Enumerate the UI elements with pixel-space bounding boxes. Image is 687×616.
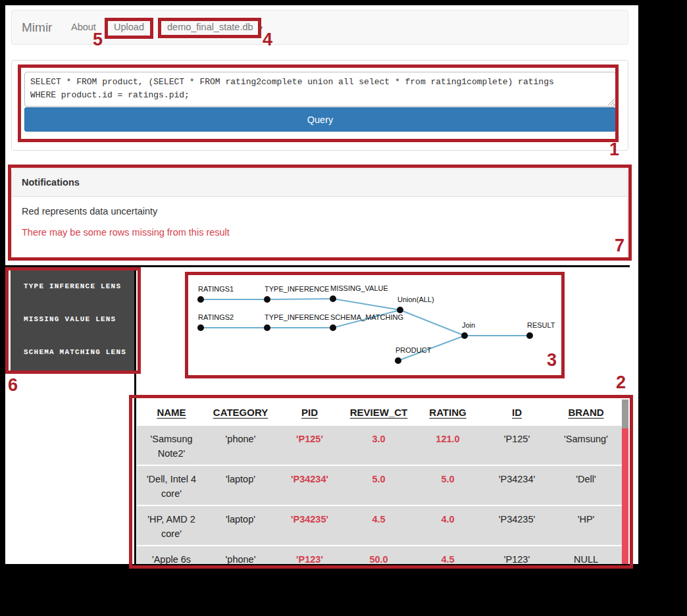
table-cell: 'Samsung' [551,426,621,465]
table-row[interactable]: 'HP, AMD 2 core''laptop''P34235'4.54.0'P… [137,506,622,545]
graph-node[interactable] [526,332,533,339]
table-cell: 'laptop' [206,506,275,545]
table-cell: 'P123' [482,546,551,564]
table-cell: 'phone' [206,426,275,465]
column-header[interactable]: ID [482,407,551,418]
database-dropdown[interactable]: demo_final_state.db ▾ [167,11,263,45]
table-cell: 121.0 [413,426,482,465]
table-cell: 'HP' [551,506,621,545]
result-table: NAMECATEGORYPIDREVIEW_CTRATINGIDBRAND 'S… [137,398,622,564]
lens-item[interactable]: MISSING VALUE LENS [11,310,134,343]
graph-node[interactable] [330,295,336,302]
table-cell: 5.0 [413,466,482,505]
graph-node[interactable] [397,307,403,313]
graph-node[interactable] [330,324,336,331]
column-header[interactable]: RATING [413,407,482,418]
scrollbar-uncertainty-track [622,428,628,564]
table-header-row: NAMECATEGORYPIDREVIEW_CTRATINGIDBRAND [137,398,622,426]
table-cell: 'P34235' [275,506,344,545]
column-header[interactable]: PID [275,407,344,418]
annotation-number-2: 2 [616,372,626,393]
graph-node-label: MISSING_VALUE [330,284,388,292]
column-header[interactable]: BRAND [551,407,621,418]
graph-node-label: TYPE_INFERENCE [265,313,329,321]
notifications-title: Notifications [12,169,627,197]
table-cell: 'Dell' [551,466,621,505]
table-cell: 4.0 [413,506,482,545]
graph-node-label: RESULT [527,321,555,329]
graph-node[interactable] [264,324,270,331]
notification-warning: There may be some rows missing from this… [22,227,617,238]
table-cell: 'phone' [206,546,275,564]
graph-edge [267,299,333,299]
lens-item[interactable]: TYPE INFERENCE LENS [11,277,134,310]
graph-edge [333,299,400,310]
graph-node[interactable] [197,324,204,331]
graph-node[interactable] [197,296,204,303]
scrollbar-thumb[interactable] [622,399,628,428]
notification-info: Red represents data uncertainty [22,206,617,217]
annotation-number-1: 1 [609,140,619,160]
table-cell: 'P125' [275,426,344,465]
sql-input[interactable]: SELECT * FROM product, (SELECT * FROM ra… [24,72,616,107]
table-cell: 'laptop' [206,466,275,505]
vertical-divider [134,265,136,565]
table-cell: 'HP, AMD 2 core' [137,506,206,545]
table-cell: 'Samsung Note2' [137,426,206,465]
annotation-number-3: 3 [547,350,557,371]
table-cell: 'P34235' [482,506,551,545]
sql-input-wrap: SELECT * FROM product, (SELECT * FROM ra… [24,72,616,107]
graph-node-label: RATINGS1 [198,285,234,293]
navbar: Mimir About Upload demo_final_state.db ▾ [11,10,628,45]
graph-node[interactable] [395,357,401,364]
table-cell: 4.5 [413,546,482,564]
table-row[interactable]: 'Dell, Intel 4 core''laptop''P34234'5.05… [137,466,622,505]
graph-node-label: RATINGS2 [198,313,234,321]
query-button[interactable]: Query [24,107,616,132]
graph-node[interactable] [264,296,270,303]
table-row[interactable]: 'Samsung Note2''phone''P125'3.0121.0'P12… [137,426,622,465]
horizontal-divider [5,265,630,267]
annotation-number-6: 6 [8,375,18,396]
table-cell: 4.5 [344,506,413,545]
nav-item-upload[interactable]: Upload [114,11,144,44]
table-cell: 'P34234' [482,466,551,505]
table-cell: 'P123' [275,546,344,564]
database-dropdown-label: demo_final_state.db [167,22,253,32]
graph-node-label: TYPE_INFERENCE [265,285,329,293]
annotation-number-7: 7 [615,236,624,256]
notifications-panel: Notifications Red represents data uncert… [11,168,628,258]
annotation-number-4: 4 [263,30,272,50]
table-cell: 50.0 [344,546,413,564]
graph-node-label: Union(ALL) [397,295,434,303]
table-cell: 'P34234' [275,466,344,505]
table-cell: 'P125' [482,426,551,465]
graph-node-label: PRODUCT [395,346,432,354]
annotation-number-5: 5 [93,30,103,50]
table-cell: 5.0 [344,466,413,505]
column-header[interactable]: CATEGORY [206,407,275,418]
table-cell: NULL [551,546,621,564]
graph-edge [400,310,465,336]
table-cell: 'Apple 6s [137,546,206,564]
table-cell: 'Dell, Intel 4 core' [137,466,206,505]
column-header[interactable]: NAME [137,407,206,418]
graph-node[interactable] [461,332,468,339]
graph-node-label: SCHEMA_MATCHING [330,313,403,321]
table-row[interactable]: 'Apple 6s'phone''P123'50.04.5'P123'NULL [137,546,622,564]
screenshot-frame: Mimir About Upload demo_final_state.db ▾… [0,0,687,616]
notifications-body: Red represents data uncertainty There ma… [12,197,627,247]
table-body: 'Samsung Note2''phone''P125'3.0121.0'P12… [137,426,622,564]
lens-item[interactable]: SCHEMA MATCHING LENS [11,343,134,376]
graph-node-label: Join [462,321,475,329]
lineage-graph: RATINGS1TYPE_INFERENCEMISSING_VALUERATIN… [188,275,561,375]
lens-sidebar: TYPE INFERENCE LENSMISSING VALUE LENSSCH… [11,270,134,371]
table-cell: 3.0 [344,426,413,465]
column-header[interactable]: REVIEW_CT [344,407,413,418]
table-scrollbar[interactable] [622,399,628,564]
brand-logo[interactable]: Mimir [22,11,52,44]
